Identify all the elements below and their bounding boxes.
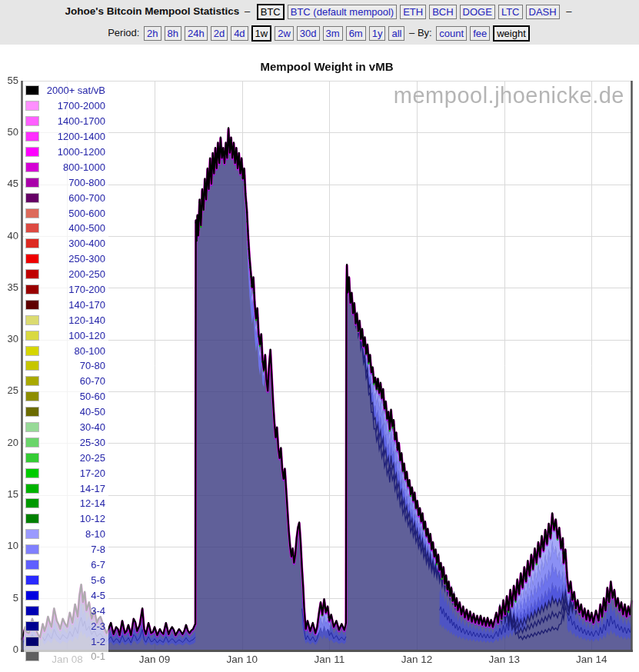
legend-swatch [25, 560, 39, 570]
legend-item: 2-3 [24, 618, 108, 634]
legend-label: 500-600 [39, 208, 105, 218]
legend-label: 6-7 [39, 560, 105, 570]
legend-swatch [25, 590, 39, 600]
legend-item: 14-17 [24, 481, 108, 496]
legend-item: 60-70 [24, 374, 108, 389]
period-2h[interactable]: 2h [144, 26, 161, 41]
legend-item: 17-20 [24, 465, 108, 481]
legend-label: 600-700 [39, 193, 105, 203]
legend-label: 1700-2000 [39, 101, 105, 111]
period-label: Period: [108, 27, 139, 38]
legend-swatch [25, 162, 39, 172]
legend-label: 0-1 [39, 651, 105, 661]
legend-label: 100-120 [39, 331, 105, 341]
legend-swatch [25, 269, 39, 279]
legend-item: 100-120 [24, 328, 108, 343]
legend-swatch [25, 544, 39, 554]
period-8h[interactable]: 8h [165, 26, 181, 41]
legend-item: 80-100 [24, 343, 108, 358]
coin-bch[interactable]: BCH [429, 5, 456, 19]
legend-label: 40-50 [39, 407, 105, 417]
by-count[interactable]: count [436, 26, 467, 41]
legend-swatch [25, 208, 39, 218]
by-fee[interactable]: fee [470, 26, 490, 41]
period-3m[interactable]: 3m [323, 26, 343, 41]
legend-item: 5-6 [24, 573, 108, 588]
legend-label: 250-300 [39, 254, 105, 264]
legend-label: 8-10 [39, 529, 105, 539]
period-all[interactable]: all [388, 26, 404, 41]
period-buttons: 2h8h24h2d4d1w2w30d3m6m1yall [142, 27, 406, 38]
legend-item: 20-25 [24, 450, 108, 465]
coin-buttons: BTCBTC (default mempool)ETHBCHDOGELTCDAS… [255, 5, 561, 17]
legend-swatch [25, 131, 39, 141]
legend-swatch [25, 484, 39, 494]
legend-label: 400-500 [39, 223, 105, 233]
coin-eth[interactable]: ETH [400, 5, 426, 19]
legend-item: 1200-1400 [24, 129, 108, 145]
legend-item: 0-1 [24, 649, 108, 664]
by-weight[interactable]: weight [493, 25, 530, 42]
legend-swatch [25, 407, 39, 417]
period-1y[interactable]: 1y [369, 26, 386, 41]
legend-item: 1400-1700 [24, 114, 108, 129]
legend-label: 10-12 [39, 514, 105, 524]
legend-label: 1000-1200 [39, 147, 105, 157]
legend-swatch [25, 116, 39, 126]
coin-doge[interactable]: DOGE [460, 5, 495, 19]
legend-swatch [25, 300, 39, 310]
legend-swatch [25, 621, 39, 631]
legend-swatch [25, 651, 39, 661]
dash: – [566, 5, 571, 17]
legend-swatch [25, 284, 39, 294]
period-24h[interactable]: 24h [185, 26, 208, 41]
legend-item: 700-800 [24, 175, 108, 190]
legend-swatch [25, 331, 39, 341]
legend-swatch [25, 514, 39, 524]
legend-label: 140-170 [39, 300, 105, 310]
period-30d[interactable]: 30d [297, 26, 320, 41]
legend-label: 14-17 [39, 484, 105, 494]
coin-dash[interactable]: DASH [526, 5, 560, 19]
legend-item: 8-10 [24, 527, 108, 542]
legend-label: 80-100 [39, 346, 105, 356]
by-buttons: countfeeweight [434, 27, 531, 38]
legend-item: 600-700 [24, 190, 108, 205]
legend-swatch [25, 147, 39, 157]
legend-item: 140-170 [24, 297, 108, 312]
legend-label: 1200-1400 [39, 131, 105, 141]
legend-swatch [25, 193, 39, 203]
coin-ltc[interactable]: LTC [498, 5, 523, 19]
legend-item: 7-8 [24, 542, 108, 557]
legend-item: 2000+ sat/vB [24, 83, 108, 98]
watermark: mempool.jhoenicke.de [394, 83, 624, 108]
period-4d[interactable]: 4d [231, 26, 248, 41]
coin-btc-default-mempool[interactable]: BTC (default mempool) [288, 5, 397, 19]
legend-item: 10-12 [24, 511, 108, 527]
legend-swatch [25, 529, 39, 539]
legend-item: 200-250 [24, 267, 108, 282]
legend-swatch [25, 498, 39, 508]
legend-label: 2-3 [39, 621, 105, 631]
coin-row: Johoe's Bitcoin Mempool Statistics – BTC… [0, 3, 639, 21]
period-6m[interactable]: 6m [346, 26, 366, 41]
period-2d[interactable]: 2d [211, 26, 228, 41]
legend-item: 800-1000 [24, 159, 108, 175]
legend-swatch [25, 575, 39, 585]
legend-item: 6-7 [24, 557, 108, 573]
legend-item: 400-500 [24, 221, 108, 236]
legend-item: 170-200 [24, 282, 108, 298]
legend-swatch [25, 376, 39, 386]
dash: – [245, 5, 250, 17]
legend-label: 17-20 [39, 468, 105, 478]
legend-label: 800-1000 [39, 162, 105, 172]
legend-label: 5-6 [39, 575, 105, 585]
legend-item: 70-80 [24, 358, 108, 374]
coin-btc[interactable]: BTC [257, 4, 285, 20]
legend-item: 500-600 [24, 205, 108, 221]
period-1w[interactable]: 1w [251, 25, 272, 42]
legend-label: 50-60 [39, 391, 105, 401]
legend-item: 1700-2000 [24, 98, 108, 114]
period-2w[interactable]: 2w [275, 26, 294, 41]
legend-swatch [25, 254, 39, 264]
